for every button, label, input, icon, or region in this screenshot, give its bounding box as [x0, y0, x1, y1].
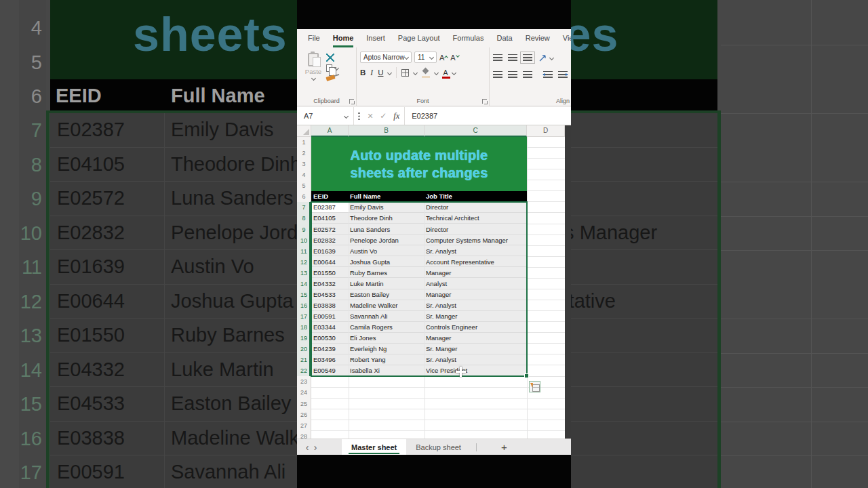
- cells-area[interactable]: Auto update multiple sheets after change…: [311, 137, 565, 439]
- cell-fullname[interactable]: Luna Sanders: [349, 224, 425, 235]
- bold-button[interactable]: B: [360, 68, 366, 77]
- row-number[interactable]: 21: [297, 354, 311, 365]
- cell-jobtitle[interactable]: Vice President: [425, 365, 527, 376]
- align-left-button[interactable]: [493, 71, 502, 78]
- cell-eeid[interactable]: E02387: [311, 202, 349, 213]
- align-center-button[interactable]: [508, 71, 517, 78]
- ribbon-tab[interactable]: Formulas: [453, 29, 484, 47]
- cell-eeid[interactable]: E04239: [311, 344, 349, 354]
- cell-eeid[interactable]: E01550: [311, 268, 349, 279]
- chevron-down-icon[interactable]: [452, 70, 456, 75]
- cell-fullname[interactable]: Easton Bailey: [349, 289, 425, 300]
- middle-align-button[interactable]: [508, 54, 517, 61]
- cell-eeid[interactable]: E04533: [311, 289, 349, 300]
- top-align-button[interactable]: [493, 54, 502, 61]
- borders-button[interactable]: [401, 69, 409, 77]
- format-painter-icon[interactable]: [326, 75, 335, 81]
- cell-eeid[interactable]: E00644: [311, 257, 349, 268]
- table-row[interactable]: E03496 Robert Yang Sr. Analyst: [311, 354, 527, 365]
- decrease-font-size-button[interactable]: A: [450, 54, 458, 62]
- cell-fullname[interactable]: Penelope Jordan: [349, 235, 425, 246]
- cell-jobtitle[interactable]: Sr. Analyst: [425, 300, 527, 311]
- cell-fullname[interactable]: Savannah Ali: [349, 311, 425, 322]
- cell-fullname[interactable]: Theodore Dinh: [349, 213, 425, 224]
- font-color-button[interactable]: A: [443, 69, 448, 76]
- table-row[interactable]: E01550 Ruby Barnes Manager: [311, 268, 527, 279]
- add-sheet-button[interactable]: +: [501, 441, 507, 453]
- cell-eeid[interactable]: E02832: [311, 235, 349, 246]
- ribbon-tab[interactable]: File: [308, 29, 320, 47]
- table-row[interactable]: E04105 Theodore Dinh Technical Architect: [311, 213, 527, 224]
- fill-color-button[interactable]: [422, 68, 430, 77]
- table-header-row[interactable]: EEID Full Name Job Title: [311, 191, 527, 202]
- row-number[interactable]: 13: [297, 268, 311, 279]
- cell-fullname[interactable]: Robert Yang: [349, 354, 425, 365]
- clipboard-dialog-launcher-icon[interactable]: [349, 99, 354, 104]
- chevron-down-icon[interactable]: [434, 70, 439, 75]
- cell-fullname[interactable]: Isabella Xi: [349, 365, 425, 376]
- cell-jobtitle[interactable]: Sr. Manger: [425, 311, 527, 322]
- row-number[interactable]: 7: [297, 202, 311, 213]
- row-number[interactable]: 25: [297, 399, 311, 409]
- cell-fullname[interactable]: Camila Rogers: [349, 322, 425, 333]
- increase-indent-button[interactable]: [558, 71, 568, 78]
- row-number[interactable]: 26: [297, 409, 311, 420]
- row-number[interactable]: 4: [297, 169, 311, 180]
- cell-fullname[interactable]: Eli Jones: [349, 333, 425, 344]
- cell-fullname[interactable]: Emily Davis: [349, 202, 425, 213]
- underline-button[interactable]: U: [378, 68, 383, 77]
- paste-options-smarttag[interactable]: [529, 381, 540, 392]
- row-number[interactable]: 14: [297, 279, 311, 289]
- cell-eeid[interactable]: E03496: [311, 354, 349, 365]
- cell-jobtitle[interactable]: Manager: [425, 289, 527, 300]
- row-number[interactable]: 18: [297, 322, 311, 333]
- table-row[interactable]: E00591 Savannah Ali Sr. Manger: [311, 311, 527, 322]
- sheet-tab[interactable]: Master sheet: [342, 439, 406, 455]
- row-number[interactable]: 1: [297, 137, 311, 148]
- row-number[interactable]: 22: [297, 365, 311, 376]
- column-header-c[interactable]: C: [425, 125, 527, 137]
- row-number[interactable]: 15: [297, 289, 311, 300]
- table-row[interactable]: E00549 Isabella Xi Vice President: [311, 365, 527, 376]
- cell-eeid[interactable]: E01639: [311, 246, 349, 257]
- select-all-corner[interactable]: [297, 125, 311, 137]
- ribbon-tab[interactable]: Data: [496, 29, 512, 47]
- row-number[interactable]: 28: [297, 431, 311, 439]
- formula-input[interactable]: E02387: [404, 107, 571, 125]
- cell-eeid[interactable]: E04105: [311, 213, 349, 224]
- column-header-a[interactable]: A: [311, 125, 349, 137]
- row-number[interactable]: 20: [297, 344, 311, 354]
- row-number[interactable]: 12: [297, 257, 311, 268]
- table-row[interactable]: E04239 Everleigh Ng Sr. Manger: [311, 344, 527, 354]
- title-banner-cell[interactable]: Auto update multiple sheets after change…: [311, 137, 527, 191]
- cell-fullname[interactable]: Joshua Gupta: [349, 257, 425, 268]
- orientation-button[interactable]: [538, 54, 553, 62]
- cell-eeid[interactable]: E03344: [311, 322, 349, 333]
- cell-jobtitle[interactable]: Controls Engineer: [425, 322, 527, 333]
- sheet-tab[interactable]: Backup sheet: [406, 439, 471, 455]
- row-number[interactable]: 6: [297, 191, 311, 202]
- name-box[interactable]: A7: [297, 107, 354, 125]
- copy-button[interactable]: [326, 64, 338, 72]
- cut-icon[interactable]: [326, 54, 334, 62]
- cell-jobtitle[interactable]: Technical Architect: [425, 213, 527, 224]
- cell-jobtitle[interactable]: Computer Systems Manager: [425, 235, 527, 246]
- cell-fullname[interactable]: Everleigh Ng: [349, 344, 425, 354]
- increase-font-size-button[interactable]: A: [439, 54, 448, 62]
- chevron-down-icon[interactable]: [387, 70, 392, 75]
- align-right-button[interactable]: [523, 71, 532, 78]
- cell-fullname[interactable]: Madeline Walker: [349, 300, 425, 311]
- ribbon-tab[interactable]: View: [563, 29, 571, 47]
- row-number[interactable]: 27: [297, 420, 311, 431]
- cell-jobtitle[interactable]: Director: [425, 202, 527, 213]
- cell-jobtitle[interactable]: Sr. Analyst: [425, 246, 527, 257]
- table-row[interactable]: E02832 Penelope Jordan Computer Systems …: [311, 235, 527, 246]
- cell-jobtitle[interactable]: Sr. Manger: [425, 344, 527, 354]
- cell-eeid[interactable]: E00530: [311, 333, 349, 344]
- ribbon-tab[interactable]: Review: [526, 29, 550, 47]
- decrease-indent-button[interactable]: [543, 71, 553, 78]
- table-row[interactable]: E02387 Emily Davis Director: [311, 202, 527, 213]
- row-number[interactable]: 23: [297, 376, 311, 387]
- cell-jobtitle[interactable]: Account Representative: [425, 257, 527, 268]
- cell-fullname[interactable]: Ruby Barnes: [349, 268, 425, 279]
